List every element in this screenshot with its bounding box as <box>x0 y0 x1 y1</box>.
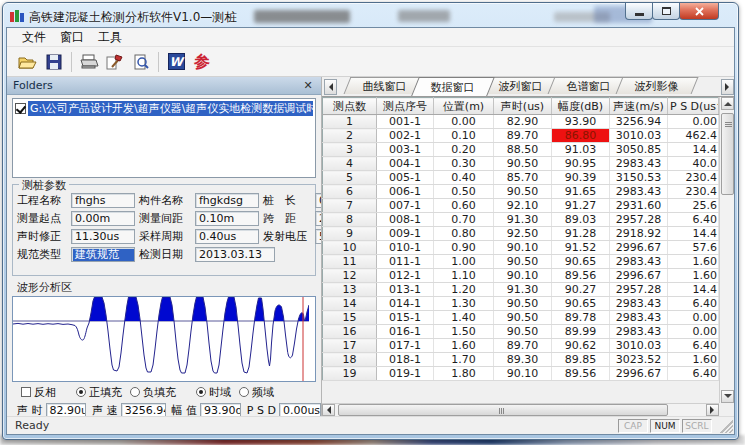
data-cell[interactable]: 015-1 <box>377 311 434 325</box>
column-header[interactable]: 声速(m/s) <box>610 98 668 115</box>
table-row[interactable]: 5005-10.4085.7090.393150.53230.4 <box>323 171 719 185</box>
data-cell[interactable]: 003-1 <box>377 143 434 157</box>
data-cell[interactable]: 007-1 <box>377 199 434 213</box>
data-cell[interactable]: 90.27 <box>552 283 610 297</box>
data-cell[interactable]: 91.27 <box>552 199 610 213</box>
data-cell[interactable]: 2983.43 <box>610 325 668 339</box>
table-row[interactable]: 9009-10.8092.5091.282918.9214.4 <box>323 227 719 241</box>
data-cell[interactable]: 2983.43 <box>610 157 668 171</box>
param-value-field[interactable]: 270mm <box>315 211 322 226</box>
data-cell[interactable]: 85.70 <box>494 171 552 185</box>
data-cell[interactable]: 0.70 <box>434 213 494 227</box>
data-cell[interactable]: 2931.60 <box>610 199 668 213</box>
row-index-cell[interactable]: 14 <box>323 297 377 311</box>
data-cell[interactable]: 0.30 <box>434 157 494 171</box>
data-cell[interactable]: 2996.67 <box>610 367 668 381</box>
data-cell[interactable]: 0.80 <box>434 227 494 241</box>
data-cell[interactable]: 89.99 <box>552 325 610 339</box>
table-row[interactable]: 14014-11.3090.5090.652983.436.40 <box>323 297 719 311</box>
menu-item-2[interactable]: 工具 <box>91 28 129 47</box>
data-cell[interactable]: 14.4 <box>668 227 719 241</box>
tab-4[interactable]: 波列影像 <box>616 77 699 94</box>
table-row[interactable]: 19019-11.8090.1089.562996.676.40 <box>323 367 719 381</box>
data-cell[interactable]: 90.50 <box>494 325 552 339</box>
menu-item-1[interactable]: 窗口 <box>53 28 91 47</box>
data-cell[interactable]: 014-1 <box>377 297 434 311</box>
row-index-cell[interactable]: 2 <box>323 129 377 143</box>
row-index-cell[interactable]: 10 <box>323 241 377 255</box>
data-cell[interactable]: 89.70 <box>494 339 552 353</box>
data-cell[interactable]: 004-1 <box>377 157 434 171</box>
data-cell[interactable]: 011-1 <box>377 255 434 269</box>
data-cell[interactable]: 1.30 <box>434 297 494 311</box>
data-cell[interactable]: 018-1 <box>377 353 434 367</box>
param-value-field[interactable]: 0.10m <box>195 211 259 226</box>
row-index-cell[interactable]: 13 <box>323 283 377 297</box>
data-cell[interactable]: 3023.52 <box>610 353 668 367</box>
data-cell[interactable]: 001-1 <box>377 115 434 129</box>
resize-grip[interactable] <box>720 420 733 433</box>
data-cell[interactable]: 90.95 <box>552 157 610 171</box>
data-cell[interactable]: 90.50 <box>494 157 552 171</box>
param-value-field[interactable]: 0.00m <box>71 211 135 226</box>
data-cell[interactable]: 010-1 <box>377 241 434 255</box>
table-row[interactable]: 3003-10.2088.5091.033050.8514.4 <box>323 143 719 157</box>
data-cell[interactable]: 3150.53 <box>610 171 668 185</box>
data-cell[interactable]: 90.10 <box>494 367 552 381</box>
data-cell[interactable]: 1.20 <box>434 283 494 297</box>
time-domain-control[interactable]: 时域 <box>196 385 231 400</box>
fill-negative-radio[interactable] <box>130 387 140 397</box>
data-cell[interactable]: 1.60 <box>668 353 719 367</box>
column-header[interactable]: 声时(us) <box>494 98 552 115</box>
data-cell[interactable]: 1.70 <box>434 353 494 367</box>
minimize-button[interactable] <box>625 3 653 20</box>
data-cell[interactable]: 006-1 <box>377 185 434 199</box>
data-cell[interactable]: 92.10 <box>494 199 552 213</box>
data-cell[interactable]: 0.00 <box>668 115 719 129</box>
scroll-left-button[interactable] <box>322 404 335 416</box>
data-cell[interactable]: 1.60 <box>434 339 494 353</box>
data-cell[interactable]: 3256.94 <box>610 115 668 129</box>
amplitude-field[interactable]: 93.90dB <box>200 403 241 417</box>
waveform-plot[interactable] <box>12 296 316 382</box>
data-cell[interactable]: 1.40 <box>434 311 494 325</box>
param-value-field[interactable]: 0.40us <box>195 229 259 244</box>
data-cell[interactable]: 230.4 <box>668 185 719 199</box>
horizontal-scroll-thumb[interactable] <box>338 404 668 416</box>
tab-scroll-right-button[interactable] <box>721 79 734 95</box>
scroll-right-button[interactable] <box>706 404 719 416</box>
table-row[interactable]: 7007-10.6092.1091.272931.6025.6 <box>323 199 719 213</box>
data-cell[interactable]: 90.50 <box>494 311 552 325</box>
fill-positive-radio[interactable] <box>76 387 86 397</box>
close-folders-icon[interactable]: ✕ <box>301 79 315 93</box>
row-index-cell[interactable]: 16 <box>323 325 377 339</box>
data-cell[interactable]: 2983.43 <box>610 255 668 269</box>
data-cell[interactable]: 14.4 <box>668 143 719 157</box>
fill-negative-control[interactable]: 负填充 <box>130 385 176 400</box>
param-value-field[interactable]: 500V <box>315 229 322 244</box>
data-cell[interactable]: 90.10 <box>494 269 552 283</box>
row-index-cell[interactable]: 19 <box>323 367 377 381</box>
data-cell[interactable]: 0.40 <box>434 171 494 185</box>
scroll-down-button[interactable] <box>721 390 734 403</box>
data-cell[interactable]: 25.6 <box>668 199 719 213</box>
data-cell[interactable]: 92.50 <box>494 227 552 241</box>
data-cell[interactable]: 91.65 <box>552 185 610 199</box>
data-cell[interactable]: 0.90 <box>434 241 494 255</box>
data-cell[interactable]: 40.0 <box>668 157 719 171</box>
data-cell[interactable]: 0.10 <box>434 129 494 143</box>
table-row[interactable]: 16016-11.5090.5089.992983.430.00 <box>323 325 719 339</box>
row-index-cell[interactable]: 6 <box>323 185 377 199</box>
data-cell[interactable]: 82.90 <box>494 115 552 129</box>
data-cell[interactable]: 2983.43 <box>610 185 668 199</box>
param-value-field[interactable]: fhgkdsg <box>195 193 259 208</box>
table-row[interactable]: 2002-10.1089.7086.803010.03462.4 <box>323 129 719 143</box>
vertical-scroll-thumb[interactable] <box>721 113 734 195</box>
menu-item-0[interactable]: 文件 <box>15 28 53 47</box>
data-cell[interactable]: 005-1 <box>377 171 434 185</box>
row-index-cell[interactable]: 18 <box>323 353 377 367</box>
folder-checkbox[interactable] <box>15 103 26 114</box>
row-index-cell[interactable]: 3 <box>323 143 377 157</box>
table-row[interactable]: 15015-11.4090.5089.782983.430.00 <box>323 311 719 325</box>
data-cell[interactable]: 462.4 <box>668 129 719 143</box>
